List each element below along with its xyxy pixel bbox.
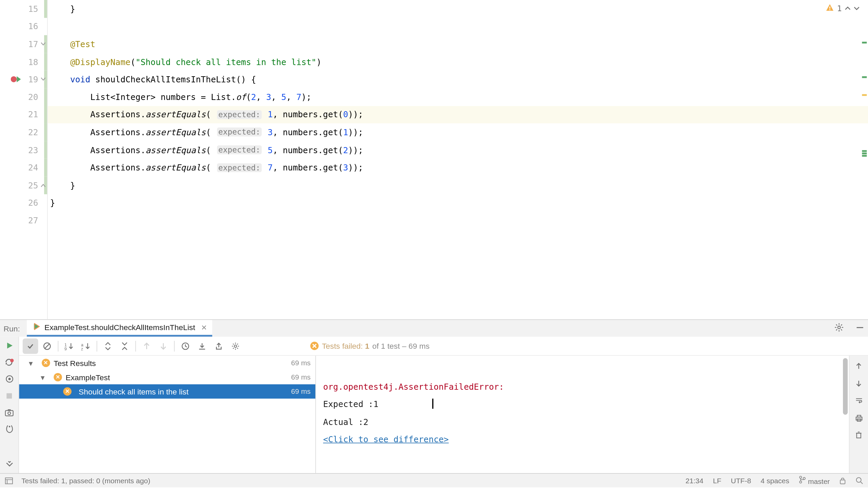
- close-tab-icon[interactable]: ✕: [201, 323, 207, 332]
- svg-line-8: [836, 324, 837, 325]
- code-text: ));: [348, 110, 363, 119]
- next-failed-icon[interactable]: [156, 338, 171, 354]
- number-literal: 3: [266, 92, 271, 102]
- fold-handle-icon[interactable]: [41, 182, 46, 188]
- svg-text:9: 9: [64, 346, 67, 350]
- number-literal: 7: [296, 92, 301, 102]
- tool-windows-icon[interactable]: [5, 477, 13, 484]
- caret-position[interactable]: 21:34: [686, 476, 704, 485]
- code-text: (: [206, 127, 211, 137]
- toggle-auto-test-icon[interactable]: [4, 373, 15, 384]
- line-number: 20: [24, 92, 38, 102]
- svg-point-0: [11, 76, 17, 82]
- tree-class[interactable]: ▾ ✕ ExampleTest 69 ms: [19, 370, 315, 384]
- svg-point-28: [234, 345, 237, 347]
- minimize-icon[interactable]: [855, 323, 864, 334]
- inlay-hint: expected:: [217, 128, 261, 137]
- svg-rect-2: [829, 9, 830, 10]
- screenshot-icon[interactable]: [4, 407, 15, 418]
- stripe-marker[interactable]: [862, 155, 867, 157]
- chevron-down-icon[interactable]: ▾: [36, 373, 50, 382]
- run-config-tab[interactable]: ExampleTest.shouldCheckAllItemsInTheList…: [27, 320, 213, 337]
- gear-icon[interactable]: [834, 323, 843, 334]
- svg-rect-39: [857, 415, 861, 417]
- svg-point-13: [10, 359, 14, 362]
- lock-icon[interactable]: [840, 477, 846, 485]
- code-area[interactable]: } @Test @DisplayName("Should check all i…: [48, 0, 868, 319]
- run-label: Run:: [4, 324, 20, 333]
- print-icon[interactable]: [853, 412, 864, 423]
- see-difference-link[interactable]: <Click to see difference>: [323, 434, 449, 444]
- editor-gutter: 15 16 17 18 19 20 21 22 23 24 25 26 27: [0, 0, 48, 319]
- test-tree[interactable]: ▾ ✕ Test Results 69 ms ▾ ✕ ExampleTest 6…: [19, 356, 316, 473]
- stripe-marker[interactable]: [862, 42, 867, 43]
- summary-prefix: Tests failed:: [322, 341, 365, 350]
- editor[interactable]: 15 16 17 18 19 20 21 22 23 24 25 26 27 }…: [0, 0, 868, 319]
- sort-alphabetically-icon[interactable]: 19: [61, 338, 77, 354]
- chevron-down-icon[interactable]: [854, 4, 860, 13]
- inspection-widget[interactable]: 1: [826, 4, 860, 14]
- stop-icon[interactable]: [4, 390, 15, 401]
- tree-test-selected[interactable]: ✕ Should check all items in the list 69 …: [19, 384, 315, 399]
- code-text: (: [206, 145, 211, 155]
- failed-badge-icon: ✕: [54, 373, 62, 382]
- test-history-icon[interactable]: [178, 338, 193, 354]
- rerun-icon[interactable]: [4, 340, 15, 351]
- scroll-down-icon[interactable]: [853, 378, 864, 389]
- collapse-all-icon[interactable]: [117, 338, 133, 354]
- rerun-failed-icon[interactable]: [4, 357, 15, 368]
- git-branch[interactable]: master: [799, 475, 830, 486]
- goto-icon[interactable]: [855, 477, 863, 485]
- tree-label: Should check all items in the list: [79, 387, 291, 396]
- svg-point-18: [8, 411, 11, 414]
- line-number: 25: [24, 180, 38, 190]
- show-passed-toggle[interactable]: [23, 338, 38, 354]
- soft-wrap-icon[interactable]: [853, 395, 864, 406]
- clear-all-icon[interactable]: [853, 430, 864, 441]
- number-literal: 3: [268, 127, 273, 137]
- test-settings-icon[interactable]: [228, 338, 243, 354]
- number-literal: 1: [268, 110, 273, 119]
- line-number: 26: [24, 198, 38, 207]
- code-text: }: [50, 4, 75, 14]
- import-tests-icon[interactable]: [194, 338, 210, 354]
- code-text: , numbers.get(: [273, 110, 343, 119]
- code-text: }: [50, 180, 75, 190]
- tree-root[interactable]: ▾ ✕ Test Results 69 ms: [19, 356, 315, 370]
- run-test-gutter-icon[interactable]: [11, 75, 22, 84]
- export-tests-icon[interactable]: [211, 338, 226, 354]
- scrollbar[interactable]: [843, 358, 848, 415]
- indent-setting[interactable]: 4 spaces: [761, 476, 789, 485]
- show-ignored-toggle[interactable]: [39, 338, 55, 354]
- dump-threads-icon[interactable]: [4, 424, 15, 434]
- stripe-marker[interactable]: [862, 152, 867, 154]
- method-name: shouldCheckAllItemsInTheList() {: [95, 75, 256, 84]
- svg-line-34: [237, 348, 238, 348]
- tree-duration: 69 ms: [291, 359, 311, 367]
- code-text: Assertions.: [50, 163, 146, 172]
- test-console[interactable]: org.opentest4j.AssertionFailedError: Exp…: [316, 356, 849, 473]
- chevron-down-icon[interactable]: ▾: [24, 359, 38, 367]
- svg-text:z: z: [81, 346, 83, 350]
- svg-point-49: [856, 477, 861, 482]
- svg-rect-48: [840, 480, 845, 484]
- file-encoding[interactable]: UTF-8: [731, 476, 751, 485]
- svg-line-36: [233, 348, 234, 348]
- scroll-up-icon[interactable]: [853, 361, 864, 371]
- method-call: assertEquals: [145, 127, 206, 137]
- fold-handle-icon[interactable]: [41, 77, 46, 82]
- line-separator[interactable]: LF: [713, 476, 722, 485]
- stripe-marker[interactable]: [862, 76, 867, 78]
- chevron-up-icon[interactable]: [845, 4, 851, 13]
- previous-failed-icon[interactable]: [139, 338, 155, 354]
- stripe-marker[interactable]: [862, 94, 867, 96]
- stripe-marker[interactable]: [862, 150, 867, 152]
- failed-badge-icon: ✕: [63, 387, 72, 396]
- expand-all-icon[interactable]: [100, 338, 116, 354]
- error-stripe[interactable]: [861, 0, 868, 319]
- sort-by-duration-icon[interactable]: az: [78, 338, 94, 354]
- code-text: );: [301, 92, 312, 102]
- keyword: void: [70, 75, 95, 84]
- fold-handle-icon[interactable]: [41, 41, 46, 47]
- expand-icon[interactable]: [4, 459, 15, 470]
